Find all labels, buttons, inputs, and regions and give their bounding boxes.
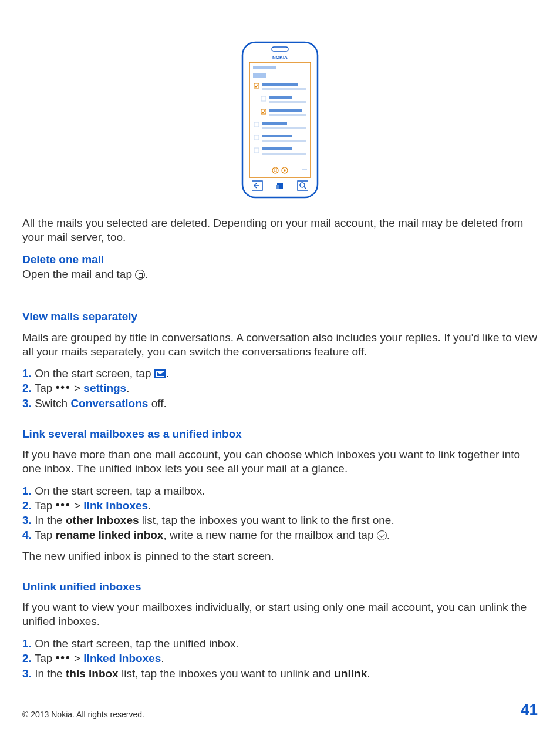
heading-unlink: Unlink unified inboxes [22, 580, 538, 594]
svg-rect-13 [269, 114, 306, 116]
link-step-1: 1. On the start screen, tap a mailbox. [22, 484, 538, 498]
text: . [148, 499, 151, 512]
para-view-separately: Mails are grouped by title in conversati… [22, 331, 538, 359]
svg-rect-14 [254, 122, 259, 127]
text: > [71, 499, 84, 512]
svg-rect-4 [253, 73, 266, 78]
footer: © 2013 Nokia. All rights reserved. 41 [22, 701, 538, 719]
svg-rect-7 [262, 88, 306, 90]
settings-label: settings [83, 382, 126, 394]
link-step-2: 2. Tap ••• > link inboxes. [22, 499, 538, 513]
step-num: 2. [22, 382, 32, 394]
svg-rect-16 [262, 127, 306, 129]
phone-illustration: NOKIA [22, 40, 538, 200]
unlink-step-2: 2. Tap ••• > linked inboxes. [22, 651, 538, 666]
step-num: 2. [22, 499, 32, 512]
svg-rect-9 [269, 96, 292, 99]
text: On the start screen, tap [32, 367, 154, 379]
svg-rect-6 [262, 83, 298, 86]
check-icon [377, 530, 387, 540]
text: > [71, 652, 84, 664]
text: . [161, 652, 164, 664]
text: Switch [32, 397, 71, 409]
more-dots-icon: ••• [56, 498, 71, 512]
para-link-inboxes: If you have more than one mail account, … [22, 448, 538, 476]
heading-link-inboxes: Link several mailboxes as a unified inbo… [22, 427, 538, 441]
trash-icon [135, 270, 145, 280]
step-1: 1. On the start screen, tap . [22, 367, 538, 381]
para-deleted: All the mails you selected are deleted. … [22, 216, 538, 244]
step-num: 2. [22, 652, 32, 664]
unlink-label: unlink [334, 667, 367, 680]
text: . [126, 382, 129, 394]
text: , write a new name for the mailbox and t… [163, 529, 376, 541]
rename-label: rename linked inbox [56, 529, 164, 541]
step-num: 1. [22, 637, 32, 650]
text: list, tap the inboxes you want to unlink… [119, 667, 335, 680]
unlink-step-3: 3. In the this inbox list, tap the inbox… [22, 667, 538, 681]
content-body: All the mails you selected are deleted. … [22, 216, 538, 680]
linked-inboxes-label: linked inboxes [83, 652, 161, 664]
svg-rect-15 [262, 122, 287, 125]
svg-rect-29 [276, 185, 279, 189]
more-dots-icon: ••• [56, 380, 71, 394]
text: off. [148, 397, 166, 409]
para-delete-one: Open the mail and tap . [22, 267, 538, 281]
step-num: 3. [22, 514, 32, 526]
page-number: 41 [521, 701, 538, 719]
text: Open the mail and tap [22, 268, 135, 280]
svg-rect-22 [262, 153, 306, 155]
step-num: 3. [22, 397, 32, 409]
step-num: 1. [22, 485, 32, 497]
heading-delete-one: Delete one mail [22, 253, 538, 267]
svg-rect-17 [254, 135, 259, 140]
other-inboxes-label: other inboxes [66, 514, 139, 526]
svg-rect-2 [249, 62, 311, 177]
text: Tap [32, 499, 56, 512]
svg-rect-19 [262, 140, 306, 142]
svg-rect-8 [261, 96, 266, 101]
text: In the [32, 667, 66, 680]
para-unlink: If you want to view your mailboxes indiv… [22, 600, 538, 629]
brand-label: NOKIA [272, 55, 288, 60]
svg-rect-1 [272, 47, 288, 51]
text: > [71, 382, 84, 394]
svg-rect-18 [262, 135, 292, 137]
svg-point-26 [284, 169, 286, 172]
text: On the start screen, tap a mailbox. [32, 485, 205, 497]
conversations-label: Conversations [70, 397, 148, 409]
para-pinned: The new unified inbox is pinned to the s… [22, 549, 538, 563]
text: . [387, 529, 390, 541]
text: list, tap the inboxes you want to link t… [139, 514, 394, 526]
heading-view-separately: View mails separately [22, 310, 538, 324]
step-num: 4. [22, 529, 32, 541]
this-inbox-label: this inbox [66, 667, 119, 680]
text: Tap [32, 652, 56, 664]
text: Tap [32, 529, 56, 541]
svg-rect-27 [302, 169, 307, 170]
step-2: 2. Tap ••• > settings. [22, 381, 538, 396]
page-container: NOKIA [0, 0, 560, 739]
link-step-4: 4. Tap rename linked inbox, write a new … [22, 528, 538, 542]
svg-rect-21 [262, 147, 292, 150]
svg-rect-20 [254, 148, 259, 153]
text: In the [32, 514, 66, 526]
link-step-3: 3. In the other inboxes list, tap the in… [22, 513, 538, 528]
svg-rect-3 [253, 66, 276, 69]
copyright: © 2013 Nokia. All rights reserved. [22, 710, 144, 719]
more-dots-icon: ••• [56, 650, 71, 664]
text: On the start screen, tap the unified inb… [32, 637, 239, 650]
svg-rect-10 [269, 101, 306, 103]
unlink-step-1: 1. On the start screen, tap the unified … [22, 637, 538, 651]
svg-rect-12 [269, 109, 302, 112]
text: Tap [32, 382, 56, 394]
text: . [166, 367, 169, 379]
mail-icon [154, 370, 166, 378]
phone-svg-icon: NOKIA [239, 40, 321, 200]
text: . [145, 268, 148, 280]
text: . [367, 667, 370, 680]
step-3: 3. Switch Conversations off. [22, 397, 538, 411]
step-num: 3. [22, 667, 32, 680]
step-num: 1. [22, 367, 32, 379]
link-inboxes-label: link inboxes [83, 499, 148, 512]
